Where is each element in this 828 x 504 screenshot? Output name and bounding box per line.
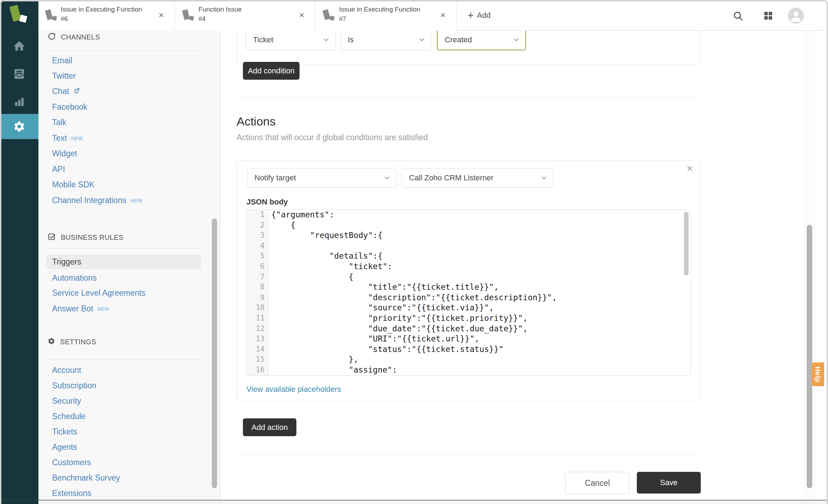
sidebar-item-home[interactable] bbox=[0, 34, 38, 59]
settings-gear-icon bbox=[48, 337, 55, 347]
code-line: "description":"{{ticket.description}}", bbox=[268, 293, 557, 303]
add-tab-label: Add bbox=[477, 11, 491, 20]
nav-item-channel-integrations[interactable]: Channel Integrations NEW bbox=[52, 196, 142, 205]
code-line: { bbox=[268, 220, 295, 231]
new-badge: NEW bbox=[130, 198, 142, 203]
tickets-inbox-icon bbox=[13, 67, 26, 81]
apps-grid-icon[interactable] bbox=[763, 10, 773, 22]
code-line: }, bbox=[268, 354, 358, 365]
editor-scrollbar-thumb[interactable] bbox=[684, 212, 689, 275]
cancel-button[interactable]: Cancel bbox=[565, 472, 629, 494]
add-condition-button[interactable]: Add condition bbox=[243, 62, 300, 80]
divider bbox=[237, 97, 701, 97]
nav-item-customers[interactable]: Customers bbox=[52, 458, 91, 467]
sidebar-item-reports[interactable] bbox=[0, 89, 38, 114]
ticket-favicon-accent bbox=[189, 16, 194, 21]
nav-item-talk[interactable]: Talk bbox=[52, 118, 66, 127]
add-action-button[interactable]: Add action bbox=[243, 418, 296, 436]
plus-icon: + bbox=[468, 10, 474, 21]
tab-ticket-4[interactable]: Function Issue #4 × bbox=[175, 0, 315, 31]
tab-title: Function Issue bbox=[199, 6, 242, 13]
save-button[interactable]: Save bbox=[637, 472, 701, 494]
trigger-editor-main: Ticket Is Created Add condition Actions … bbox=[221, 31, 828, 501]
code-line: "priority":"{{ticket.priority}}", bbox=[268, 313, 528, 324]
ticket-favicon-accent bbox=[52, 16, 57, 21]
code-line: "requestBody":{ bbox=[268, 230, 383, 241]
tab-number: #7 bbox=[339, 15, 420, 23]
add-tab-button[interactable]: + Add bbox=[468, 0, 491, 31]
nav-item-automations[interactable]: Automations bbox=[52, 273, 97, 283]
nav-item-widget[interactable]: Widget bbox=[52, 149, 77, 158]
nav-item-security[interactable]: Security bbox=[52, 396, 81, 406]
nav-item-account[interactable]: Account bbox=[52, 366, 81, 375]
nav-item-extensions[interactable]: Extensions bbox=[52, 489, 92, 498]
line-number: 9 bbox=[247, 293, 268, 303]
nav-section-title: CHANNELS bbox=[61, 33, 100, 41]
bar-chart-icon bbox=[13, 95, 26, 108]
nav-item-twitter[interactable]: Twitter bbox=[52, 71, 76, 81]
nav-item-tickets[interactable]: Tickets bbox=[52, 427, 77, 437]
line-number: 12 bbox=[247, 324, 268, 334]
chevron-down-icon bbox=[514, 38, 519, 42]
external-link-icon bbox=[73, 87, 80, 96]
line-number: 3 bbox=[247, 230, 268, 241]
help-tab[interactable]: Help bbox=[812, 362, 824, 386]
line-number: 16 bbox=[247, 365, 268, 375]
code-line: "assigne": bbox=[268, 365, 397, 375]
action-target-select[interactable]: Call Zoho CRM Listerner bbox=[402, 168, 553, 188]
condition-field-select[interactable]: Ticket bbox=[246, 31, 336, 50]
line-number: 13 bbox=[247, 334, 268, 344]
icon-sidebar bbox=[0, 0, 38, 504]
nav-section-settings: SETTINGS bbox=[48, 337, 96, 347]
nav-item-mobile-sdk[interactable]: Mobile SDK bbox=[52, 180, 94, 189]
nav-item-text[interactable]: Text NEW bbox=[52, 134, 83, 143]
nav-item-agents[interactable]: Agents bbox=[52, 442, 77, 452]
action-type-select[interactable]: Notify target bbox=[247, 168, 396, 188]
main-scrollbar-thumb[interactable] bbox=[807, 225, 812, 488]
sidebar-item-tickets[interactable] bbox=[0, 62, 38, 87]
sidebar-item-admin-settings[interactable] bbox=[0, 114, 38, 139]
line-number: 6 bbox=[247, 261, 268, 272]
code-line: { bbox=[268, 272, 353, 282]
condition-value-select[interactable]: Created bbox=[437, 31, 526, 50]
brand-logo-icon-accent bbox=[19, 15, 27, 23]
code-line: "source":"{{ticket.via}}", bbox=[268, 303, 494, 313]
code-line: "status":"{{ticket.status}}" bbox=[268, 344, 504, 355]
avatar[interactable] bbox=[788, 8, 804, 24]
condition-operator-select[interactable]: Is bbox=[340, 31, 431, 50]
close-tab-icon[interactable]: × bbox=[440, 10, 446, 20]
action-card: × Notify target Call Zoho CRM Listerner … bbox=[237, 160, 701, 400]
tab-title: Issue in Executing Function bbox=[61, 6, 142, 13]
nav-item-chat[interactable]: Chat bbox=[52, 87, 80, 96]
nav-item-answer-bot[interactable]: Answer Bot NEW bbox=[52, 304, 109, 314]
nav-item-triggers[interactable]: Triggers bbox=[46, 254, 201, 269]
new-badge: NEW bbox=[98, 306, 109, 312]
tab-title: Issue in Executing Function bbox=[339, 6, 420, 13]
search-icon[interactable] bbox=[732, 10, 743, 23]
line-number: 5 bbox=[247, 251, 268, 261]
divider bbox=[46, 248, 201, 249]
code-line: "title":"{{ticket.title}}", bbox=[268, 282, 499, 293]
channels-icon bbox=[48, 32, 56, 42]
json-body-editor[interactable]: 1{"arguments": 2 { 3 "requestBody":{ 4 5… bbox=[246, 209, 691, 376]
tab-ticket-7[interactable]: Issue in Executing Function #7 × bbox=[315, 0, 456, 31]
close-tab-icon[interactable]: × bbox=[159, 10, 164, 20]
close-tab-icon[interactable]: × bbox=[299, 10, 304, 20]
nav-section-title: BUSINESS RULES bbox=[61, 233, 123, 242]
remove-action-icon[interactable]: × bbox=[686, 163, 693, 174]
nav-item-email[interactable]: Email bbox=[52, 56, 72, 65]
nav-item-schedule[interactable]: Schedule bbox=[52, 412, 86, 421]
nav-item-benchmark-survey[interactable]: Benchmark Survey bbox=[52, 473, 120, 483]
line-number: 15 bbox=[247, 354, 268, 365]
nav-item-api[interactable]: API bbox=[52, 165, 65, 174]
view-placeholders-link[interactable]: View available placeholders bbox=[246, 385, 341, 394]
nav-scrollbar-thumb[interactable] bbox=[212, 218, 217, 488]
tab-bar: Issue in Executing Function #6 × Functio… bbox=[38, 0, 828, 31]
help-tab-label: Help bbox=[814, 366, 822, 382]
app-window: Issue in Executing Function #6 × Functio… bbox=[0, 0, 828, 504]
nav-section-business-rules: BUSINESS RULES bbox=[48, 232, 123, 243]
nav-item-facebook[interactable]: Facebook bbox=[52, 102, 87, 112]
tab-ticket-6[interactable]: Issue in Executing Function #6 × bbox=[38, 0, 175, 31]
nav-item-subscription[interactable]: Subscription bbox=[52, 381, 96, 390]
nav-item-service-level-agreements[interactable]: Service Level Agreements bbox=[52, 288, 145, 298]
